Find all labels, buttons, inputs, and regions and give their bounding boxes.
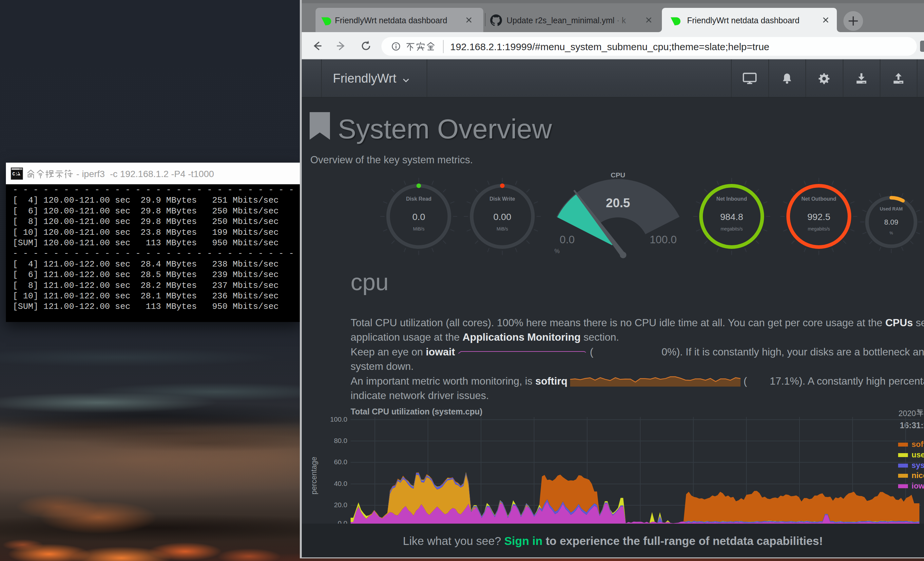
svg-text:C:\: C:\	[12, 171, 21, 177]
